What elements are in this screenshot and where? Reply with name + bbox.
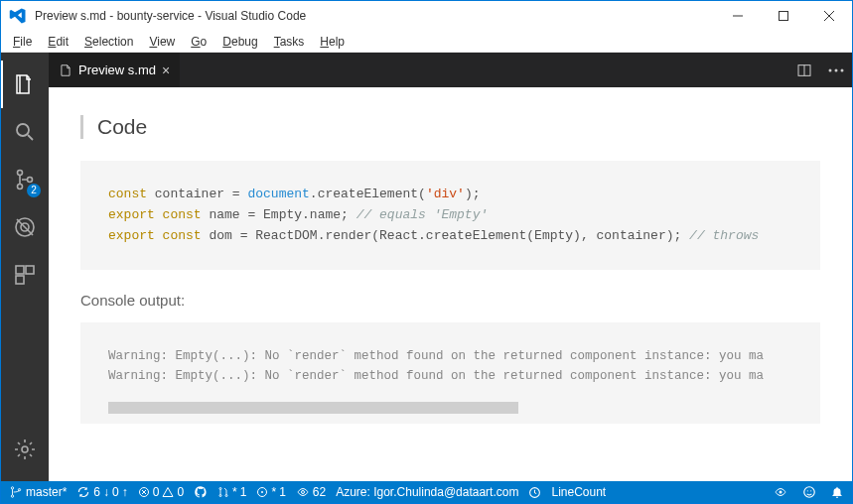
horizontal-scrollbar[interactable] xyxy=(108,402,518,414)
svg-point-27 xyxy=(804,487,815,498)
status-github[interactable] xyxy=(194,485,208,499)
svg-point-13 xyxy=(835,68,838,71)
maximize-button[interactable] xyxy=(761,1,806,31)
status-pr[interactable]: * 1 xyxy=(217,485,246,499)
svg-point-20 xyxy=(219,495,221,497)
svg-rect-8 xyxy=(26,266,34,274)
titlebar: Preview s.md - bounty-service - Visual S… xyxy=(1,1,852,31)
console-output-label: Console output: xyxy=(80,292,820,309)
svg-point-3 xyxy=(18,185,23,189)
editor-area: Preview s.md × Code const container = do… xyxy=(49,53,852,481)
svg-point-24 xyxy=(301,491,304,494)
svg-rect-7 xyxy=(16,266,24,274)
status-azure[interactable]: Azure: Igor.Chulinda@dataart.com xyxy=(336,485,518,499)
svg-point-15 xyxy=(11,487,13,489)
status-problems[interactable]: 0 0 xyxy=(138,485,184,499)
status-linecount[interactable]: LineCount xyxy=(551,485,606,499)
svg-point-12 xyxy=(829,68,832,71)
menu-file[interactable]: File xyxy=(5,33,40,51)
tab-bar: Preview s.md × xyxy=(49,53,852,87)
svg-point-19 xyxy=(219,488,221,490)
status-bell-icon[interactable] xyxy=(830,485,844,499)
status-feedback-smile-icon[interactable] xyxy=(802,485,816,499)
tab-close-icon[interactable]: × xyxy=(162,63,170,78)
activity-extensions[interactable] xyxy=(1,251,49,299)
svg-point-4 xyxy=(28,178,33,183)
menu-tasks[interactable]: Tasks xyxy=(266,33,313,51)
svg-point-23 xyxy=(261,491,263,493)
status-branch[interactable]: master* xyxy=(9,485,67,499)
split-editor-icon[interactable] xyxy=(788,53,820,87)
workbench: 2 Preview s.md × Code const container = … xyxy=(1,53,852,481)
menu-view[interactable]: View xyxy=(141,33,183,51)
status-clock-icon[interactable] xyxy=(528,486,541,499)
status-sync[interactable]: 6↓ 0↑ xyxy=(76,485,127,499)
vscode-logo-icon xyxy=(9,7,27,25)
activity-scm[interactable]: 2 xyxy=(1,156,49,203)
menu-debug[interactable]: Debug xyxy=(214,33,265,51)
svg-rect-0 xyxy=(780,12,788,21)
status-bar: master* 6↓ 0↑ 0 0 * 1 * 1 62 Azure: Igor… xyxy=(1,481,852,503)
scm-badge: 2 xyxy=(27,184,41,197)
status-feedback-eye-icon[interactable] xyxy=(773,486,788,498)
window-title: Preview s.md - bounty-service - Visual S… xyxy=(35,9,715,23)
menu-selection[interactable]: Selection xyxy=(76,33,141,51)
file-icon xyxy=(59,63,72,77)
tab-preview-smd[interactable]: Preview s.md × xyxy=(49,53,180,87)
svg-point-2 xyxy=(18,171,23,176)
activity-search[interactable] xyxy=(1,108,49,156)
menu-help[interactable]: Help xyxy=(312,33,353,51)
activity-bar: 2 xyxy=(1,53,49,481)
svg-point-29 xyxy=(810,490,811,491)
svg-point-10 xyxy=(22,446,28,452)
svg-point-16 xyxy=(11,495,13,497)
more-actions-icon[interactable] xyxy=(820,53,852,87)
minimize-button[interactable] xyxy=(715,1,761,31)
code-heading: Code xyxy=(80,115,820,139)
svg-point-1 xyxy=(17,124,29,136)
console-block: Warning: Empty(...): No `render` method … xyxy=(80,322,820,424)
menubar: File Edit Selection View Go Debug Tasks … xyxy=(1,31,852,53)
svg-point-21 xyxy=(225,495,227,497)
activity-debug[interactable] xyxy=(1,203,49,251)
tab-label: Preview s.md xyxy=(78,63,156,77)
svg-point-14 xyxy=(841,68,844,71)
code-block: const container = document.createElement… xyxy=(80,161,820,270)
window-controls xyxy=(715,1,852,31)
activity-settings[interactable] xyxy=(1,426,49,473)
markdown-preview: Code const container = document.createEl… xyxy=(49,87,852,481)
svg-point-26 xyxy=(780,491,782,494)
svg-rect-9 xyxy=(16,276,24,284)
menu-edit[interactable]: Edit xyxy=(40,33,76,51)
menu-go[interactable]: Go xyxy=(183,33,214,51)
svg-point-28 xyxy=(807,490,808,491)
status-views[interactable]: 62 xyxy=(296,485,326,499)
status-issue[interactable]: * 1 xyxy=(256,485,285,499)
activity-explorer[interactable] xyxy=(1,61,49,108)
close-button[interactable] xyxy=(806,1,852,31)
